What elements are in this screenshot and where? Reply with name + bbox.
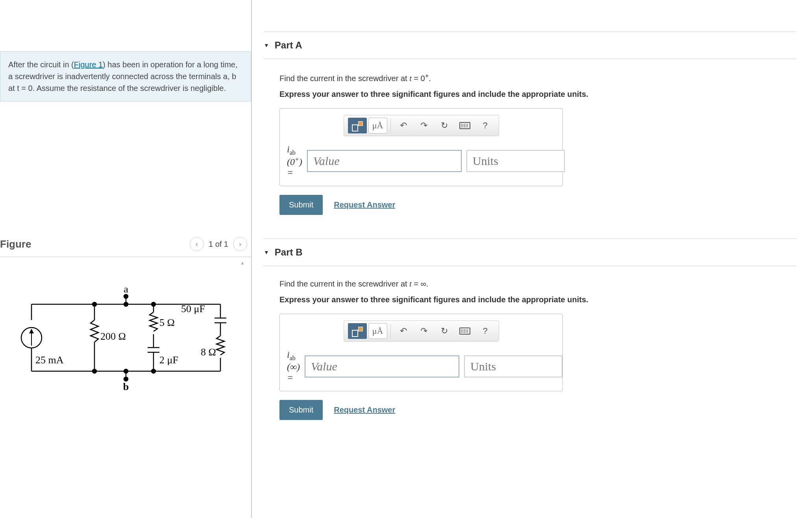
collapse-icon: ▼ xyxy=(264,249,269,255)
template-button[interactable] xyxy=(348,118,367,133)
svg-point-27 xyxy=(152,302,155,306)
part-a-header[interactable]: ▼ Part A xyxy=(264,31,796,59)
part-a-toolbar: μÅ ↶ ↷ ↻ ? xyxy=(344,115,499,136)
svg-point-28 xyxy=(152,369,155,373)
svg-point-26 xyxy=(124,377,128,381)
part-b-answer-box: μÅ ↶ ↷ ↻ ? iab (∞) = xyxy=(279,314,563,391)
problem-statement: After the circuit in (Figure 1) has been… xyxy=(0,51,251,102)
reset-button[interactable]: ↻ xyxy=(435,118,454,133)
scroll-up-icon[interactable]: ▲ xyxy=(239,260,246,266)
keyboard-button[interactable] xyxy=(455,118,474,133)
cap1-label: 2 μF xyxy=(159,354,178,366)
terminal-b-label: b xyxy=(123,381,129,392)
resistor2-label: 5 Ω xyxy=(159,317,175,328)
collapse-icon: ▼ xyxy=(264,42,269,48)
cap2-label: 50 μF xyxy=(181,303,205,314)
part-a-units-input[interactable] xyxy=(466,150,565,172)
units-picker-button[interactable]: μÅ xyxy=(368,118,387,133)
figure-page-indicator: 1 of 1 xyxy=(209,240,228,249)
part-a-instruction: Express your answer to three significant… xyxy=(279,90,796,99)
terminal-a-label: a xyxy=(124,283,128,295)
svg-point-23 xyxy=(124,302,128,306)
figure-nav: ‹ 1 of 1 › xyxy=(190,237,247,251)
part-b-body: Find the current in the screwdriver at t… xyxy=(264,266,796,420)
part-b-toolbar: μÅ ↶ ↷ ↻ ? xyxy=(344,320,499,342)
figure-header: Figure ‹ 1 of 1 › xyxy=(0,231,251,257)
resistor1-label: 200 Ω xyxy=(100,331,126,342)
part-b-variable-label: iab (∞) = xyxy=(287,350,300,383)
right-panel: ▼ Part A Find the current in the screwdr… xyxy=(252,0,812,518)
units-picker-button[interactable]: μÅ xyxy=(368,323,387,339)
problem-text-pre: After the circuit in ( xyxy=(8,60,74,69)
figure-link[interactable]: Figure 1 xyxy=(74,60,103,69)
part-a-variable-label: iab (0+) = xyxy=(287,144,302,178)
part-b-instruction: Express your answer to three significant… xyxy=(279,295,796,304)
part-b-submit-row: Submit Request Answer xyxy=(279,400,796,420)
part-a-title: Part A xyxy=(275,40,302,51)
part-b-title: Part B xyxy=(275,247,303,258)
redo-button[interactable]: ↷ xyxy=(414,323,433,339)
figure-prev-button[interactable]: ‹ xyxy=(190,237,204,251)
part-a-answer-box: μÅ ↶ ↷ ↻ ? iab (0+) = xyxy=(279,108,563,187)
toolbar-divider xyxy=(390,324,391,338)
svg-point-24 xyxy=(124,369,128,373)
svg-point-22 xyxy=(92,369,96,373)
part-a-value-input[interactable] xyxy=(307,150,462,172)
reset-button[interactable]: ↻ xyxy=(435,323,454,339)
undo-button[interactable]: ↶ xyxy=(394,118,413,133)
figure-title: Figure xyxy=(0,238,31,250)
part-a-request-answer-link[interactable]: Request Answer xyxy=(334,200,395,209)
keyboard-button[interactable] xyxy=(455,323,474,339)
redo-button[interactable]: ↷ xyxy=(414,118,433,133)
resistor3-label: 8 Ω xyxy=(201,346,216,358)
part-b-value-input[interactable] xyxy=(305,355,459,377)
template-button[interactable] xyxy=(348,323,367,339)
svg-point-25 xyxy=(124,294,128,298)
part-a-submit-button[interactable]: Submit xyxy=(279,195,323,215)
part-a-prompt: Find the current in the screwdriver at t… xyxy=(279,71,796,84)
help-button[interactable]: ? xyxy=(476,323,495,339)
svg-marker-5 xyxy=(29,329,34,333)
part-a-submit-row: Submit Request Answer xyxy=(279,195,796,215)
left-panel: After the circuit in (Figure 1) has been… xyxy=(0,0,252,518)
part-b-request-answer-link[interactable]: Request Answer xyxy=(334,405,395,414)
part-b-prompt: Find the current in the screwdriver at t… xyxy=(279,278,796,290)
figure-next-button[interactable]: › xyxy=(233,237,247,251)
part-a-input-row: iab (0+) = xyxy=(287,144,555,178)
part-b-input-row: iab (∞) = xyxy=(287,350,555,383)
part-b-units-input[interactable] xyxy=(464,355,562,377)
toolbar-divider xyxy=(390,118,391,133)
undo-button[interactable]: ↶ xyxy=(394,323,413,339)
current-source-label: 25 mA xyxy=(35,354,64,366)
part-b-submit-button[interactable]: Submit xyxy=(279,400,323,420)
part-b-header[interactable]: ▼ Part B xyxy=(264,239,796,266)
help-button[interactable]: ? xyxy=(476,118,495,133)
svg-point-21 xyxy=(92,302,96,306)
circuit-diagram: a b 25 mA 200 Ω 5 Ω 2 μF 50 μF 8 Ω xyxy=(16,281,228,395)
part-a-body: Find the current in the screwdriver at t… xyxy=(264,59,796,215)
